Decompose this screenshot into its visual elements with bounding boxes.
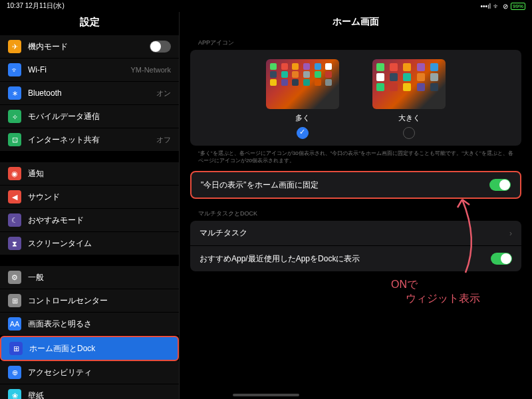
item-label: インターネット共有 <box>28 134 150 146</box>
sidebar-item[interactable]: ⊕アクセシビリティ <box>0 361 179 384</box>
item-icon: ⊕ <box>8 366 21 379</box>
sidebar-item[interactable]: AA画面表示と明るさ <box>0 313 179 336</box>
item-label: アクセシビリティ <box>28 367 171 378</box>
item-icon: ◉ <box>8 167 21 180</box>
item-icon: ✈ <box>8 40 21 53</box>
sidebar-item[interactable]: ᯤWi-FiYM-Network <box>0 59 179 82</box>
item-trail: オフ <box>156 135 171 145</box>
preview-more <box>266 59 339 109</box>
time-label: 10:37 <box>7 2 23 9</box>
item-icon: ⊡ <box>8 133 21 146</box>
item-label: Bluetooth <box>28 88 150 98</box>
item-icon: ⊞ <box>9 342 23 355</box>
hint-text: "多く"を選ぶと、各ページにアイコンが30個表示され、"今日の表示"をホーム画面… <box>190 146 521 171</box>
section-multitask: マルチタスクとDOCK <box>190 208 521 221</box>
item-icon: ∗ <box>8 86 21 100</box>
date-label: 12月11日(水) <box>25 2 65 9</box>
suggested-apps-row[interactable]: おすすめApp/最近使用したAppをDockに表示 <box>190 246 521 271</box>
app-icon-options: 多く 大きく <box>190 50 521 146</box>
item-icon: ⚙ <box>8 271 21 284</box>
today-view-row[interactable]: "今日の表示"をホーム画面に固定 <box>192 172 520 198</box>
item-label: コントロールセンター <box>28 295 171 307</box>
home-indicator[interactable] <box>233 394 299 396</box>
battery-indicator: 99% <box>511 3 525 10</box>
suggested-apps-toggle[interactable] <box>491 253 512 265</box>
multitask-card: マルチタスク › おすすめApp/最近使用したAppをDockに表示 <box>190 221 521 271</box>
sidebar-item[interactable]: ⚙一般 <box>0 266 179 289</box>
item-label: サウンド <box>28 192 171 203</box>
sidebar-title: 設定 <box>0 12 179 35</box>
status-bar: 10:37 12月11日(水) •••ıl ᯤ ⊘ 99% <box>0 0 532 12</box>
item-icon: ⟡ <box>8 110 21 123</box>
wifi-icon: ᯤ <box>493 3 500 10</box>
item-label: 一般 <box>28 272 171 283</box>
chevron-right-icon: › <box>509 229 512 238</box>
item-label: ホーム画面とDock <box>29 343 170 354</box>
sidebar-item[interactable]: ⊞ホーム画面とDock <box>0 336 179 361</box>
sidebar-item[interactable]: ∗Bluetoothオン <box>0 82 179 105</box>
page-title: ホーム画面 <box>190 12 521 37</box>
sidebar-item[interactable]: ◉通知 <box>0 162 179 186</box>
radio-bigger[interactable] <box>403 127 415 139</box>
item-icon: ◀ <box>8 190 21 203</box>
item-label: Wi-Fi <box>28 65 124 74</box>
item-label: 壁紙 <box>28 390 171 400</box>
section-app-icons: APPアイコン <box>190 37 521 50</box>
item-icon: ⊞ <box>8 294 21 307</box>
sidebar-item[interactable]: ⟡モバイルデータ通信 <box>0 105 179 128</box>
sidebar-item[interactable]: ☾おやすみモード <box>0 209 179 232</box>
option-more[interactable]: 多く <box>266 59 339 139</box>
sidebar-item[interactable]: ◀サウンド <box>0 186 179 209</box>
item-trail: YM-Network <box>130 66 171 74</box>
item-icon: ⧗ <box>8 237 21 250</box>
preview-bigger <box>372 59 446 109</box>
radio-more[interactable] <box>297 127 309 139</box>
option-bigger[interactable]: 大きく <box>372 59 446 139</box>
signal-icon: •••ıl <box>480 3 491 10</box>
item-icon: ❀ <box>8 389 21 399</box>
item-label: 画面表示と明るさ <box>28 319 171 330</box>
item-label: おやすみモード <box>28 215 171 226</box>
today-view-toggle[interactable] <box>489 179 511 191</box>
multitask-row[interactable]: マルチタスク › <box>190 221 521 246</box>
main-panel: ホーム画面 APPアイコン 多く 大きく "多く"を選ぶと、各ページにアイコンが… <box>180 12 532 399</box>
orientation-lock-icon: ⊘ <box>503 3 508 10</box>
item-icon: ☾ <box>8 213 21 227</box>
sidebar-item[interactable]: ✈機内モード <box>0 35 179 59</box>
sidebar-item[interactable]: ⊞コントロールセンター <box>0 289 179 313</box>
item-icon: AA <box>8 317 21 331</box>
sidebar-item[interactable]: ⧗スクリーンタイム <box>0 232 179 255</box>
airplane-toggle[interactable] <box>150 41 171 53</box>
settings-sidebar: 設定 ✈機内モードᯤWi-FiYM-Network∗Bluetoothオン⟡モバ… <box>0 12 180 399</box>
item-label: 機内モード <box>28 41 143 53</box>
item-trail: オン <box>156 88 171 98</box>
today-view-card: "今日の表示"をホーム画面に固定 <box>190 171 521 199</box>
sidebar-item[interactable]: ❀壁紙 <box>0 384 179 399</box>
item-label: 通知 <box>28 168 171 180</box>
item-icon: ᯤ <box>8 63 21 76</box>
item-label: モバイルデータ通信 <box>28 111 171 122</box>
sidebar-item[interactable]: ⊡インターネット共有オフ <box>0 128 179 152</box>
item-label: スクリーンタイム <box>28 238 171 249</box>
